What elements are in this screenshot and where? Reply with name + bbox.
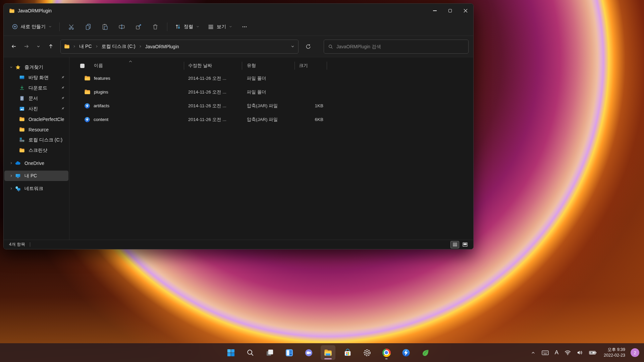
file-date: 2014-11-26 오전 ... — [184, 117, 242, 123]
chevron-right-icon[interactable] — [8, 187, 14, 190]
chevron-up-icon — [531, 350, 536, 355]
pc-icon — [14, 173, 21, 179]
more-options-button[interactable] — [237, 21, 252, 33]
chevron-down-icon[interactable] — [8, 65, 14, 69]
sort-button[interactable]: 정렬 — [171, 21, 203, 33]
folder-icon — [18, 116, 25, 122]
sidebar-item-screenshots[interactable]: 스크린샷 — [4, 145, 68, 156]
view-button[interactable]: 보기 — [204, 21, 236, 33]
sidebar-item-onedrive[interactable]: OneDrive — [4, 158, 68, 168]
sort-icon — [175, 23, 181, 30]
maximize-button[interactable] — [442, 4, 458, 18]
close-icon — [464, 9, 468, 13]
notification-badge[interactable]: 2 — [631, 348, 639, 357]
jar-file-icon — [84, 103, 90, 109]
copy-button[interactable] — [80, 21, 96, 33]
breadcrumb-current-folder[interactable]: JavaORMPlugin — [143, 42, 181, 51]
share-button[interactable] — [131, 21, 146, 33]
sidebar-item-label: 스크린샷 — [29, 147, 47, 154]
file-name: content — [94, 117, 108, 122]
address-bar[interactable]: 내 PC 로컬 디스크 (C:) JavaORMPlugin — [60, 40, 299, 54]
folder-icon — [18, 147, 25, 153]
column-label: 크기 — [299, 63, 308, 69]
trash-icon — [152, 23, 159, 30]
sidebar-item-local-disk[interactable]: 로컬 디스크 (C:) — [4, 135, 68, 145]
refresh-button[interactable] — [303, 41, 314, 52]
search-input[interactable] — [336, 44, 464, 49]
taskbar-search-button[interactable] — [243, 345, 258, 360]
chrome-icon — [382, 349, 391, 357]
up-button[interactable] — [45, 41, 56, 52]
sort-ascending-icon — [128, 59, 132, 64]
sidebar-item-label: 문서 — [29, 96, 38, 102]
pin-icon — [60, 85, 65, 91]
rename-button[interactable] — [114, 21, 129, 33]
touch-keyboard-button[interactable] — [539, 346, 551, 359]
sidebar-item-pictures[interactable]: 사진 — [4, 104, 68, 114]
paste-button[interactable] — [97, 21, 113, 33]
navigation-bar: 내 PC 로컬 디스크 (C:) JavaORMPlugin — [4, 36, 473, 57]
chevron-right-icon[interactable] — [8, 161, 14, 165]
star-icon — [14, 64, 21, 70]
sidebar-item-network[interactable]: 네트워크 — [4, 183, 68, 194]
breadcrumb-my-pc[interactable]: 내 PC — [77, 42, 94, 51]
sidebar-gap — [4, 156, 68, 158]
wifi-button[interactable] — [562, 346, 573, 359]
file-type: 압축(JAR) 파일 — [242, 103, 295, 109]
file-row-content[interactable]: content 2014-11-26 오전 ... 압축(JAR) 파일 6KB — [69, 113, 473, 126]
file-date: 2014-11-26 오전 ... — [184, 89, 242, 95]
column-header-type[interactable]: 유형 — [242, 60, 295, 71]
sidebar-item-documents[interactable]: 문서 — [4, 93, 68, 104]
file-explorer-icon — [324, 348, 332, 357]
column-header-date[interactable]: 수정한 날짜 — [184, 60, 242, 71]
sidebar-item-resource[interactable]: Resource — [4, 124, 68, 135]
hidden-icons-button[interactable] — [528, 346, 538, 359]
column-header-size[interactable]: 크기 — [295, 60, 327, 71]
delete-button[interactable] — [148, 21, 163, 33]
clock[interactable]: 오후 9:392022-02-23 — [600, 346, 628, 359]
details-view-button[interactable] — [450, 241, 459, 248]
sidebar-item-downloads[interactable]: 다운로드 — [4, 83, 68, 93]
content-view-button[interactable] — [461, 241, 469, 248]
chrome-button[interactable] — [379, 345, 394, 360]
chevron-right-icon[interactable] — [8, 174, 14, 178]
volume-button[interactable] — [575, 346, 585, 359]
close-button[interactable] — [458, 4, 473, 18]
file-row-features[interactable]: features 2014-11-26 오전 ... 파일 폴더 — [69, 71, 473, 85]
settings-button[interactable] — [360, 345, 374, 360]
file-explorer-button[interactable] — [321, 345, 335, 360]
file-row-plugins[interactable]: plugins 2014-11-26 오전 ... 파일 폴더 — [69, 85, 473, 99]
jar-app-button[interactable] — [398, 345, 413, 360]
ime-indicator[interactable]: A — [552, 346, 561, 359]
address-dropdown-icon[interactable] — [290, 44, 295, 49]
task-view-button[interactable] — [262, 345, 277, 360]
pin-icon — [60, 96, 65, 102]
system-tray: A 오후 9:392022-02-23 2 — [528, 343, 644, 362]
recent-locations-button[interactable] — [33, 41, 44, 52]
column-header-name[interactable]: 이름 — [69, 60, 184, 71]
widgets-button[interactable] — [282, 345, 297, 360]
battery-button[interactable] — [587, 346, 599, 359]
microsoft-store-button[interactable] — [340, 345, 355, 360]
file-row-artifacts[interactable]: artifacts 2014-11-26 오전 ... 압축(JAR) 파일 1… — [69, 99, 473, 113]
minimize-button[interactable] — [427, 4, 442, 18]
share-icon — [135, 23, 142, 30]
speaker-icon — [577, 350, 583, 355]
sidebar-item-desktop[interactable]: 바탕 화면 — [4, 72, 68, 83]
select-all-checkbox[interactable] — [80, 64, 85, 68]
breadcrumb-local-disk[interactable]: 로컬 디스크 (C:) — [99, 42, 138, 51]
sidebar-item-oracleperfectcle[interactable]: OraclePerfectCle — [4, 114, 68, 124]
start-button[interactable] — [223, 345, 238, 360]
search-box[interactable] — [324, 40, 469, 54]
cut-button[interactable] — [64, 21, 79, 33]
pictures-icon — [18, 106, 25, 112]
sidebar-item-favorites[interactable]: 즐겨찾기 — [4, 62, 68, 72]
spring-app-button[interactable] — [418, 345, 433, 360]
sidebar-item-my-pc[interactable]: 내 PC — [4, 171, 68, 181]
sort-button-label: 정렬 — [184, 24, 193, 30]
new-button[interactable]: 새로 만들기 — [8, 21, 55, 33]
back-button[interactable] — [8, 41, 19, 52]
chat-button[interactable] — [301, 345, 316, 360]
battery-charging-icon — [589, 350, 597, 355]
forward-button[interactable] — [21, 41, 32, 52]
